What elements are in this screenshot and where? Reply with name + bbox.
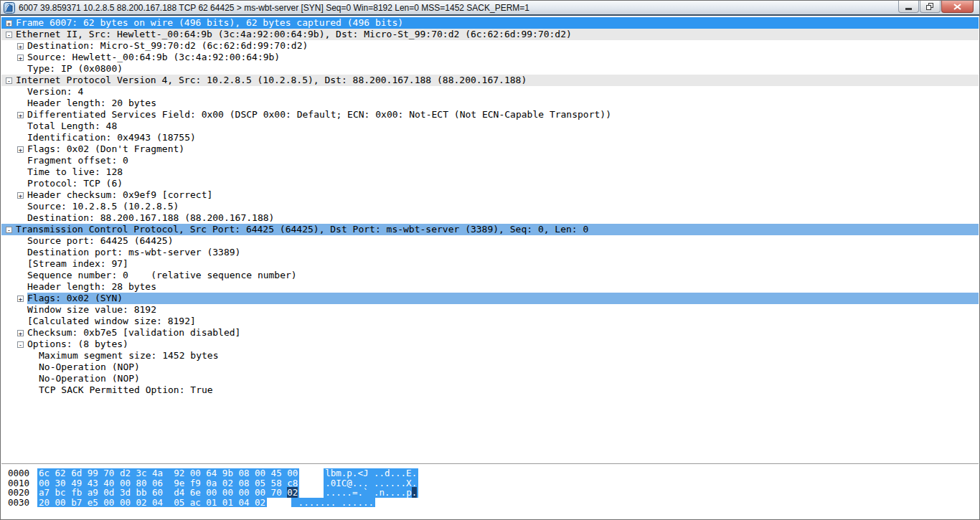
tree-row[interactable]: Maximum segment size: 1452 bytes bbox=[1, 350, 979, 361]
field-text: Destination port: ms-wbt-server (3389) bbox=[27, 247, 979, 258]
expand-icon[interactable]: + bbox=[17, 330, 24, 336]
hex-offset: 0030 bbox=[8, 498, 37, 508]
tree-row[interactable]: Time to live: 128 bbox=[1, 166, 979, 178]
tree-row[interactable]: Destination: 88.200.167.188 (88.200.167.… bbox=[1, 212, 979, 224]
field-text: Differentiated Services Field: 0x00 (DSC… bbox=[27, 109, 979, 120]
hex-row[interactable]: 003020 00 b7 e5 00 00 02 04 05 ac 01 01 … bbox=[1, 498, 979, 508]
tree-row[interactable]: +Flags: 0x02 (Don't Fragment) bbox=[1, 143, 979, 155]
expand-icon[interactable]: + bbox=[17, 43, 24, 49]
hex-selected-byte[interactable]: 02 bbox=[287, 487, 298, 498]
tree-row[interactable]: +Destination: Micro-St_99:70:d2 (6c:62:6… bbox=[1, 40, 979, 52]
hex-ascii-gap bbox=[299, 488, 324, 498]
field-text: Fragment offset: 0 bbox=[27, 155, 979, 166]
ascii-text: ....... ...... bbox=[291, 498, 375, 508]
field-text: [Stream index: 97] bbox=[27, 258, 979, 270]
tree-row[interactable]: -Transmission Control Protocol, Src Port… bbox=[1, 224, 979, 235]
ascii-text: lbm.p.<J ..d...E. bbox=[324, 468, 418, 478]
tree-row[interactable]: Destination port: ms-wbt-server (3389) bbox=[1, 247, 979, 258]
field-text: Destination: Micro-St_99:70:d2 (6c:62:6d… bbox=[27, 40, 979, 52]
tree-row[interactable]: -Internet Protocol Version 4, Src: 10.2.… bbox=[1, 75, 979, 86]
expander-slot: + bbox=[17, 112, 27, 118]
tree-row[interactable]: [Calculated window size: 8192] bbox=[1, 316, 979, 327]
tree-row[interactable]: [Stream index: 97] bbox=[1, 258, 979, 270]
expander-slot: - bbox=[6, 32, 16, 38]
expand-icon[interactable]: + bbox=[6, 20, 12, 27]
ascii-selected-char: . bbox=[412, 487, 418, 498]
field-text: Frame 6007: 62 bytes on wire (496 bits),… bbox=[16, 17, 979, 29]
tree-row[interactable]: Header length: 20 bytes bbox=[1, 98, 979, 109]
field-text: Total Length: 48 bbox=[27, 120, 979, 132]
expander-slot: - bbox=[6, 77, 16, 84]
wireshark-packet-window: 6007 39.859371 10.2.8.5 88.200.167.188 T… bbox=[0, 0, 980, 520]
field-text: Destination: 88.200.167.188 (88.200.167.… bbox=[27, 212, 979, 224]
field-text: [Calculated window size: 8192] bbox=[27, 316, 979, 327]
hex-ascii-gap bbox=[299, 468, 324, 478]
tree-row[interactable]: Identification: 0x4943 (18755) bbox=[1, 132, 979, 143]
field-text: Version: 4 bbox=[27, 86, 979, 98]
expand-icon[interactable]: + bbox=[17, 55, 24, 61]
minimize-button[interactable] bbox=[898, 1, 919, 13]
hex-row[interactable]: 001000 30 49 43 40 00 80 06 9e f9 0a 02 … bbox=[1, 478, 979, 488]
tree-row[interactable]: +Differentiated Services Field: 0x00 (DS… bbox=[1, 109, 979, 120]
collapse-icon[interactable]: - bbox=[6, 32, 12, 38]
field-text: Identification: 0x4943 (18755) bbox=[27, 132, 979, 143]
collapse-icon[interactable]: - bbox=[6, 227, 12, 233]
collapse-icon[interactable]: - bbox=[6, 77, 12, 84]
packet-detail-tree: +Frame 6007: 62 bytes on wire (496 bits)… bbox=[1, 16, 979, 464]
hex-bytes[interactable]: 20 00 b7 e5 00 00 02 04 05 ac 01 01 04 0… bbox=[37, 498, 267, 508]
tree-row[interactable]: Protocol: TCP (6) bbox=[1, 178, 979, 189]
hex-dump-pane: 00006c 62 6d 99 70 d2 3c 4a 92 00 64 9b … bbox=[1, 465, 979, 519]
window-title: 6007 39.859371 10.2.8.5 88.200.167.188 T… bbox=[19, 3, 529, 13]
tree-row[interactable]: Version: 4 bbox=[1, 86, 979, 98]
restore-button[interactable] bbox=[920, 1, 941, 13]
tree-row[interactable]: TCP SACK Permitted Option: True bbox=[1, 384, 979, 396]
field-text: Type: IP (0x0800) bbox=[27, 63, 979, 75]
restore-icon bbox=[926, 3, 934, 10]
expander-slot: - bbox=[6, 227, 16, 233]
ascii-text: .0IC@... ......X. bbox=[324, 478, 418, 488]
expander-slot: + bbox=[17, 146, 27, 153]
tree-row[interactable]: No-Operation (NOP) bbox=[1, 373, 979, 384]
tree-row[interactable]: Header length: 28 bytes bbox=[1, 281, 979, 293]
hex-row[interactable]: 0020a7 bc fb a9 0d 3d bb 60 d4 6e 00 00 … bbox=[1, 488, 979, 498]
hex-bytes[interactable]: a7 bc fb a9 0d 3d bb 60 d4 6e 00 00 00 0… bbox=[37, 488, 299, 498]
tree-row[interactable]: Type: IP (0x0800) bbox=[1, 63, 979, 75]
tree-row[interactable]: No-Operation (NOP) bbox=[1, 361, 979, 373]
tree-row[interactable]: -Options: (8 bytes) bbox=[1, 339, 979, 350]
tree-row[interactable]: +Flags: 0x02 (SYN) bbox=[1, 293, 979, 304]
field-text: Source port: 64425 (64425) bbox=[27, 235, 979, 247]
field-text: Source: 10.2.8.5 (10.2.8.5) bbox=[27, 201, 979, 212]
collapse-icon[interactable]: - bbox=[17, 341, 24, 348]
expander-slot: - bbox=[17, 341, 27, 348]
expand-icon[interactable]: + bbox=[17, 296, 24, 302]
hex-ascii-gap bbox=[299, 478, 324, 488]
tree-row[interactable]: Total Length: 48 bbox=[1, 120, 979, 132]
field-text: Ethernet II, Src: Hewlett-_00:64:9b (3c:… bbox=[16, 29, 979, 40]
wireshark-app-icon bbox=[4, 2, 15, 14]
hex-bytes[interactable]: 00 30 49 43 40 00 80 06 9e f9 0a 02 08 0… bbox=[37, 478, 299, 488]
expand-icon[interactable]: + bbox=[17, 146, 24, 153]
tree-row[interactable]: Source: 10.2.8.5 (10.2.8.5) bbox=[1, 201, 979, 212]
expand-icon[interactable]: + bbox=[17, 112, 24, 118]
expand-icon[interactable]: + bbox=[17, 192, 24, 199]
field-text: Checksum: 0xb7e5 [validation disabled] bbox=[27, 327, 979, 339]
tree-row[interactable]: +Frame 6007: 62 bytes on wire (496 bits)… bbox=[1, 17, 979, 29]
field-text: TCP SACK Permitted Option: True bbox=[39, 384, 979, 396]
expander-slot: + bbox=[17, 330, 27, 336]
expander-slot: + bbox=[17, 296, 27, 302]
hex-bytes[interactable]: 6c 62 6d 99 70 d2 3c 4a 92 00 64 9b 08 0… bbox=[37, 468, 299, 478]
close-button[interactable] bbox=[941, 1, 974, 13]
tree-row[interactable]: -Ethernet II, Src: Hewlett-_00:64:9b (3c… bbox=[1, 29, 979, 40]
hex-row[interactable]: 00006c 62 6d 99 70 d2 3c 4a 92 00 64 9b … bbox=[1, 468, 979, 478]
tree-row[interactable]: Fragment offset: 0 bbox=[1, 155, 979, 166]
tree-row[interactable]: Sequence number: 0 (relative sequence nu… bbox=[1, 270, 979, 281]
expander-slot: + bbox=[17, 55, 27, 61]
hex-offset: 0020 bbox=[8, 488, 37, 498]
tree-row[interactable]: Window size value: 8192 bbox=[1, 304, 979, 316]
field-text: Internet Protocol Version 4, Src: 10.2.8… bbox=[16, 75, 979, 86]
tree-row[interactable]: Source port: 64425 (64425) bbox=[1, 235, 979, 247]
tree-row[interactable]: +Header checksum: 0x9ef9 [correct] bbox=[1, 189, 979, 201]
tree-row[interactable]: +Checksum: 0xb7e5 [validation disabled] bbox=[1, 327, 979, 339]
tree-row[interactable]: +Source: Hewlett-_00:64:9b (3c:4a:92:00:… bbox=[1, 52, 979, 63]
field-text: Header length: 20 bytes bbox=[27, 98, 979, 109]
